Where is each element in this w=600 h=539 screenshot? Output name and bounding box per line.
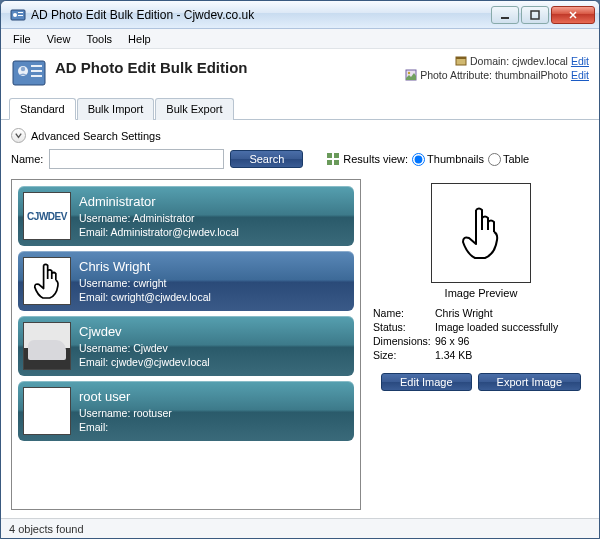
header-info: Domain: cjwdev.local Edit Photo Attribut…	[405, 55, 589, 83]
tab-bulk-import[interactable]: Bulk Import	[77, 98, 155, 120]
detail-name-value: Chris Wright	[435, 307, 493, 319]
chevron-down-icon	[11, 128, 26, 143]
advanced-search-label: Advanced Search Settings	[31, 130, 161, 142]
view-thumbnails-radio[interactable]: Thumbnails	[412, 153, 484, 166]
detail-grid: Name:Chris Wright Status:Image loaded su…	[373, 307, 589, 363]
user-display-name: Chris Wright	[79, 258, 211, 276]
user-thumbnail: CJWDEV	[23, 192, 71, 240]
svg-rect-19	[334, 160, 339, 165]
user-username-row: Username: Administrator	[79, 211, 239, 225]
photo-attr-icon	[405, 69, 417, 81]
search-button[interactable]: Search	[230, 150, 303, 168]
user-card[interactable]: CjwdevUsername: CjwdevEmail: cjwdev@cjwd…	[18, 316, 354, 376]
detail-panel: Image Preview Name:Chris Wright Status:I…	[373, 179, 589, 510]
window-title: AD Photo Edit Bulk Edition - Cjwdev.co.u…	[31, 8, 489, 22]
tabbar: Standard Bulk Import Bulk Export	[1, 97, 599, 120]
svg-point-15	[408, 72, 410, 74]
menu-file[interactable]: File	[5, 31, 39, 47]
results-view-label: Results view:	[343, 153, 408, 165]
svg-rect-6	[13, 61, 45, 85]
user-username-row: Username: Cjwdev	[79, 341, 210, 355]
svg-rect-2	[18, 12, 23, 13]
cursor-hand-icon	[456, 204, 506, 262]
header: AD Photo Edit Bulk Edition Domain: cjwde…	[1, 49, 599, 95]
tab-standard[interactable]: Standard	[9, 98, 76, 120]
photo-attr-label: Photo Attribute:	[420, 69, 492, 81]
domain-label: Domain:	[470, 55, 509, 67]
user-info: AdministratorUsername: AdministratorEmai…	[79, 193, 239, 239]
titlebar[interactable]: AD Photo Edit Bulk Edition - Cjwdev.co.u…	[1, 1, 599, 29]
domain-icon	[455, 55, 467, 67]
user-display-name: Administrator	[79, 193, 239, 211]
maximize-button[interactable]	[521, 6, 549, 24]
image-preview-label: Image Preview	[445, 287, 518, 299]
svg-point-8	[21, 67, 25, 71]
advanced-search-toggle[interactable]: Advanced Search Settings	[11, 128, 589, 143]
results-view-icon	[327, 153, 339, 165]
user-info: CjwdevUsername: CjwdevEmail: cjwdev@cjwd…	[79, 323, 210, 369]
user-email-row: Email: cjwdev@cjwdev.local	[79, 355, 210, 369]
user-display-name: root user	[79, 388, 172, 406]
user-info: Chris WrightUsername: cwrightEmail: cwri…	[79, 258, 211, 304]
view-table-radio[interactable]: Table	[488, 153, 529, 166]
user-card[interactable]: CJWDEVAdministratorUsername: Administrat…	[18, 186, 354, 246]
search-input[interactable]	[49, 149, 224, 169]
statusbar: 4 objects found	[1, 518, 599, 538]
photo-attr-value: thumbnailPhoto	[495, 69, 568, 81]
svg-rect-10	[31, 70, 42, 72]
app-icon-small	[10, 7, 26, 23]
user-username-row: Username: rootuser	[79, 406, 172, 420]
svg-rect-3	[18, 15, 23, 16]
app-title: AD Photo Edit Bulk Edition	[55, 55, 405, 76]
svg-rect-11	[31, 75, 42, 77]
domain-edit-link[interactable]: Edit	[571, 55, 589, 67]
user-thumbnail	[23, 322, 71, 370]
edit-image-button[interactable]: Edit Image	[381, 373, 472, 391]
svg-rect-16	[327, 153, 332, 158]
search-row: Name: Search Results view: Thumbnails Ta…	[11, 149, 589, 169]
close-button[interactable]	[551, 6, 595, 24]
name-label: Name:	[11, 153, 43, 165]
svg-rect-9	[31, 65, 42, 67]
status-text: 4 objects found	[9, 523, 84, 535]
user-username-row: Username: cwright	[79, 276, 211, 290]
svg-rect-5	[531, 11, 539, 19]
svg-rect-18	[327, 160, 332, 165]
image-preview-box	[431, 183, 531, 283]
photo-attr-edit-link[interactable]: Edit	[571, 69, 589, 81]
detail-dim-label: Dimensions:	[373, 335, 435, 347]
menu-tools[interactable]: Tools	[78, 31, 120, 47]
menubar: File View Tools Help	[1, 29, 599, 49]
detail-status-label: Status:	[373, 321, 435, 333]
tab-bulk-export[interactable]: Bulk Export	[155, 98, 233, 120]
app-icon	[11, 55, 47, 91]
user-email-row: Email: cwright@cjwdev.local	[79, 290, 211, 304]
user-thumbnail	[23, 257, 71, 305]
svg-rect-13	[456, 57, 466, 59]
svg-rect-17	[334, 153, 339, 158]
minimize-button[interactable]	[491, 6, 519, 24]
menu-view[interactable]: View	[39, 31, 79, 47]
user-thumbnail	[23, 387, 71, 435]
detail-dim-value: 96 x 96	[435, 335, 469, 347]
user-info: root userUsername: rootuserEmail:	[79, 388, 172, 434]
user-email-row: Email:	[79, 420, 172, 434]
user-card[interactable]: root userUsername: rootuserEmail:	[18, 381, 354, 441]
user-email-row: Email: Administrator@cjwdev.local	[79, 225, 239, 239]
detail-name-label: Name:	[373, 307, 435, 319]
menu-help[interactable]: Help	[120, 31, 159, 47]
svg-rect-4	[501, 17, 509, 19]
user-display-name: Cjwdev	[79, 323, 210, 341]
detail-size-value: 1.34 KB	[435, 349, 472, 361]
content-area: Advanced Search Settings Name: Search Re…	[1, 120, 599, 518]
svg-point-1	[13, 13, 17, 17]
app-window: AD Photo Edit Bulk Edition - Cjwdev.co.u…	[0, 0, 600, 539]
export-image-button[interactable]: Export Image	[478, 373, 581, 391]
detail-status-value: Image loaded successfully	[435, 321, 558, 333]
domain-value: cjwdev.local	[512, 55, 568, 67]
detail-size-label: Size:	[373, 349, 435, 361]
user-list-panel: CJWDEVAdministratorUsername: Administrat…	[11, 179, 361, 510]
user-card[interactable]: Chris WrightUsername: cwrightEmail: cwri…	[18, 251, 354, 311]
